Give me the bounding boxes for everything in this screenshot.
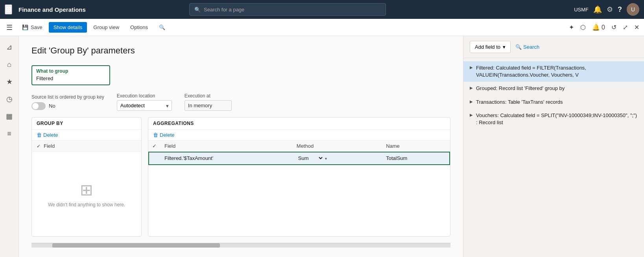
tree-item-4[interactable]: ▶ Vouchers: Calculated field = SPLIT("IN…: [463, 109, 644, 129]
avatar[interactable]: U: [627, 3, 639, 16]
aggregations-delete-button[interactable]: 🗑 Delete: [153, 132, 175, 138]
trash-icon-agg: 🗑: [153, 132, 158, 138]
chevron-down-icon: ▾: [503, 44, 506, 50]
search-toolbar-button[interactable]: 🔍: [154, 22, 170, 33]
right-panel: Add field to ▾ 🔍 Search ▶ Filtered: Calc…: [463, 36, 644, 257]
group-by-panel: GROUP BY 🗑 Delete ✓ Field ⊞ We didn't fi…: [31, 117, 142, 237]
search-link-icon: 🔍: [515, 44, 522, 50]
sidebar-workspaces-button[interactable]: ▦: [2, 108, 17, 124]
clock-icon: ◷: [6, 95, 13, 103]
source-list-toggle[interactable]: [31, 102, 46, 110]
sidebar-recent-button[interactable]: ◷: [2, 91, 17, 107]
aggregations-table: ✓ Field Method Name Filtered.'$TaxAmount…: [148, 141, 450, 165]
search-toolbar-icon: 🔍: [159, 24, 165, 30]
home-icon: ⌂: [7, 61, 11, 69]
toggle-text: No: [49, 103, 55, 109]
sidebar-modules-button[interactable]: ≡: [2, 126, 17, 141]
app-grid-button[interactable]: ⊞: [5, 4, 12, 15]
add-field-button[interactable]: Add field to ▾: [470, 41, 511, 53]
sidebar-filter-button[interactable]: ⊿: [2, 39, 17, 55]
agg-cell-method[interactable]: Sum Count Min Max Average ▾: [293, 152, 382, 165]
execution-location-label: Execution location: [117, 93, 172, 99]
sidebar: ⊿ ⌂ ★ ◷ ▦ ≡: [0, 36, 19, 257]
group-by-header: GROUP BY: [32, 117, 141, 130]
right-panel-top: Add field to ▾ 🔍 Search: [463, 41, 644, 58]
source-list-label: Source list is ordered by group key: [31, 94, 104, 100]
tree-item-3[interactable]: ▶ Transactions: Table 'TaxTrans' records: [463, 95, 644, 109]
tree-item-1[interactable]: ▶ Filtered: Calculated field = FILTER(Tr…: [463, 61, 644, 82]
nav-right: USMF 🔔 ⚙ ? U: [574, 3, 639, 16]
horizontal-scrollbar[interactable]: [31, 243, 450, 248]
bell-icon: 🔔: [593, 6, 602, 13]
aggregations-header: AGGREGATIONS: [148, 117, 450, 130]
empty-text: We didn't find anything to show here.: [48, 202, 125, 207]
execution-at-label: Execution at: [185, 93, 232, 99]
what-to-group-label: What to group: [32, 66, 109, 75]
magic-button[interactable]: ✦: [567, 22, 576, 33]
checkmark-icon: ✓: [37, 143, 41, 149]
what-to-group-value: Filtered: [32, 75, 109, 84]
group-by-empty-state: ⊞ We didn't find anything to show here.: [32, 152, 141, 236]
source-row: Source list is ordered by group key No E…: [31, 93, 450, 111]
method-select[interactable]: Sum Count Min Max Average: [297, 155, 324, 162]
scroll-thumb: [52, 243, 220, 248]
toggle-knob: [32, 103, 39, 109]
save-icon: 💾: [22, 24, 28, 30]
azure-button[interactable]: ⬡: [579, 22, 587, 33]
add-field-label: Add field to: [475, 44, 500, 50]
tree-items: ▶ Filtered: Calculated field = FILTER(Tr…: [463, 58, 644, 132]
top-nav: ⊞ Finance and Operations 🔍 USMF 🔔 ⚙ ? U: [0, 0, 644, 19]
tree-item-label: Vouchers: Calculated field = SPLIT("INV-…: [476, 112, 638, 126]
agg-cell-field: Filtered.'$TaxAmount': [161, 152, 293, 165]
empty-icon: ⊞: [80, 181, 93, 199]
execution-location-select[interactable]: Autodetect In memory Server: [117, 100, 172, 111]
hamburger-button[interactable]: ☰: [3, 22, 16, 33]
notification-badge-count: 0: [602, 24, 605, 31]
aggregations-delete-row: 🗑 Delete: [148, 130, 450, 141]
tree-item-label: Grouped: Record list 'Filtered' group by: [476, 85, 565, 92]
notification-button[interactable]: 🔔: [593, 5, 602, 14]
search-link[interactable]: 🔍 Search: [515, 44, 539, 50]
modules-icon: ≡: [7, 130, 11, 138]
notification-icon: 🔔: [592, 24, 600, 31]
table-row[interactable]: Filtered.'$TaxAmount' Sum Count Min Max …: [148, 152, 450, 165]
settings-button[interactable]: ⚙: [607, 5, 613, 14]
refresh-button[interactable]: ↺: [610, 22, 618, 33]
sidebar-favorites-button[interactable]: ★: [2, 74, 17, 90]
group-by-col-header: ✓ Field: [32, 141, 141, 152]
options-button[interactable]: Options: [125, 22, 153, 33]
tree-toggle-icon: ▶: [470, 112, 473, 117]
sidebar-home-button[interactable]: ⌂: [2, 57, 17, 72]
group-by-delete-button[interactable]: 🗑 Delete: [37, 132, 58, 138]
save-button[interactable]: 💾 Save: [17, 22, 47, 33]
close-button[interactable]: ✕: [633, 22, 641, 33]
star-icon: ★: [6, 77, 13, 86]
content-area: Edit 'Group By' parameters What to group…: [19, 36, 463, 257]
trash-icon-group: 🗑: [37, 132, 42, 138]
expand-button[interactable]: ⤢: [621, 22, 629, 33]
toolbar-right: ✦ ⬡ 🔔 0 ↺ ⤢ ✕: [567, 22, 641, 33]
tree-item-2[interactable]: ▶ Grouped: Record list 'Filtered' group …: [463, 82, 644, 95]
group-view-button[interactable]: Group view: [89, 22, 124, 33]
tree-item-label: Transactions: Table 'TaxTrans' records: [476, 99, 563, 106]
filter-icon: ⊿: [6, 43, 12, 51]
method-chevron-icon: ▾: [325, 156, 327, 161]
main-layout: ⊿ ⌂ ★ ◷ ▦ ≡ Edit 'Group By' parameters W…: [0, 36, 644, 257]
agg-cell-check: [148, 152, 161, 165]
agg-col-checkmark: ✓: [148, 141, 161, 152]
tree-item-label: Filtered: Calculated field = FILTER(Tran…: [476, 64, 638, 79]
tree-toggle-icon: ▶: [470, 85, 473, 90]
agg-col-name: Name: [382, 141, 450, 152]
help-button[interactable]: ?: [618, 6, 622, 14]
what-to-group-box: What to group Filtered: [31, 65, 110, 85]
page-title: Edit 'Group By' parameters: [31, 46, 450, 56]
panels-row: GROUP BY 🗑 Delete ✓ Field ⊞ We didn't fi…: [31, 117, 450, 237]
group-by-delete-row: 🗑 Delete: [32, 130, 141, 141]
tree-toggle-icon: ▶: [470, 99, 473, 104]
global-search-input[interactable]: [204, 7, 381, 13]
notification-count-button[interactable]: 🔔 0: [590, 22, 607, 33]
agg-col-field: Field: [161, 141, 293, 152]
agg-cell-name: TotalSum: [382, 152, 450, 165]
aggregations-panel: AGGREGATIONS 🗑 Delete ✓ Field Method Nam…: [148, 117, 450, 237]
show-details-button[interactable]: Show details: [49, 22, 87, 33]
